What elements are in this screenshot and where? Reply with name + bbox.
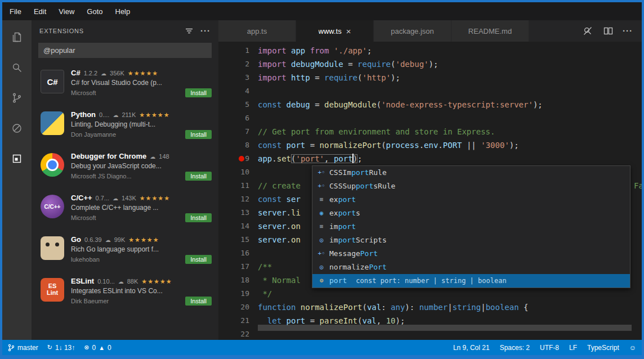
- install-button[interactable]: Install: [185, 213, 212, 222]
- install-button[interactable]: Install: [185, 88, 212, 97]
- cursor-position[interactable]: Ln 9, Col 21: [453, 344, 490, 352]
- code-editor[interactable]: 1import app from './app';2import debugMo…: [218, 42, 642, 340]
- editor-more-actions-icon[interactable]: ···: [623, 28, 633, 34]
- line-number[interactable]: 16: [218, 246, 258, 260]
- menu-item-file[interactable]: File: [3, 7, 28, 16]
- problems-status[interactable]: ⊗ 0 ▲ 0: [84, 344, 111, 352]
- close-icon[interactable]: ×: [346, 27, 351, 35]
- suggestion-item[interactable]: ◉exports: [312, 207, 630, 220]
- extension-item[interactable]: Python0....☁211K★★★★★Linting, Debugging …: [32, 105, 218, 147]
- line-number[interactable]: 15: [218, 233, 258, 246]
- install-button[interactable]: Install: [185, 255, 212, 264]
- feedback-smiley-icon[interactable]: ☺: [629, 344, 636, 352]
- line-number[interactable]: 19: [218, 287, 258, 300]
- code-token: 'http': [362, 73, 391, 82]
- line-number[interactable]: 18: [218, 273, 258, 287]
- extension-item[interactable]: ES LintESLint0.10...☁88K★★★★★Integrates …: [32, 272, 218, 313]
- extension-item[interactable]: Go0.6.39☁99K★★★★★Rich Go language suppor…: [32, 230, 218, 272]
- extension-footer-row: Don JayamanneInstall: [71, 130, 213, 139]
- code-line[interactable]: 5const debug = debugModule('node-express…: [218, 98, 642, 111]
- menu-item-goto[interactable]: Goto: [80, 7, 109, 16]
- line-number[interactable]: 8: [218, 138, 258, 152]
- extension-info: C/C++0.7...☁143K★★★★★Complete C/C++ lang…: [71, 194, 213, 222]
- line-number[interactable]: 11: [218, 179, 258, 192]
- code-line-text: import debugModule = require('debug');: [258, 57, 642, 71]
- indentation-status[interactable]: Spaces: 2: [500, 344, 530, 352]
- line-number[interactable]: 3: [218, 71, 258, 84]
- line-number[interactable]: 5: [218, 98, 258, 111]
- line-number[interactable]: 2: [218, 57, 258, 71]
- extension-item[interactable]: C/C++C/C++0.7...☁143K★★★★★Complete C/C++…: [32, 189, 218, 230]
- split-editor-icon[interactable]: [602, 25, 614, 37]
- menu-item-view[interactable]: View: [52, 7, 80, 16]
- language-mode-status[interactable]: TypeScript: [587, 344, 619, 352]
- breakpoint-icon[interactable]: [239, 156, 244, 161]
- filter-icon[interactable]: [185, 26, 194, 35]
- tab-www.ts[interactable]: www.ts×: [296, 20, 373, 42]
- code-line[interactable]: 6: [218, 111, 642, 125]
- suggestion-item[interactable]: +◦MessagePort: [312, 247, 630, 261]
- menu-item-edit[interactable]: Edit: [28, 7, 52, 16]
- code-line[interactable]: 9app.set('port', port);: [218, 152, 642, 165]
- line-number[interactable]: 4: [218, 84, 258, 98]
- install-button[interactable]: Install: [185, 297, 212, 306]
- sidebar-more-actions-icon[interactable]: ···: [200, 28, 211, 34]
- suggestion-item[interactable]: +◦CSSImportRule: [312, 166, 630, 180]
- code-token: ): [353, 154, 357, 163]
- line-number[interactable]: 21: [218, 314, 258, 327]
- code-line[interactable]: 4: [218, 84, 642, 98]
- code-line[interactable]: 1import app from './app';: [218, 44, 642, 57]
- activity-explorer-button[interactable]: [5, 26, 29, 48]
- line-number[interactable]: 20: [218, 300, 258, 314]
- code-line[interactable]: 8const port = normalizePort(process.env.…: [218, 138, 642, 152]
- open-preview-icon[interactable]: [582, 25, 593, 37]
- code-token: .: [287, 222, 291, 231]
- intellisense-popup: +◦CSSImportRule+◦CSSSupportsRule≡export◉…: [312, 165, 630, 288]
- suggestion-item[interactable]: ⚙portconst port: number | string | boole…: [312, 274, 630, 288]
- code-line[interactable]: 3import http = require('http');: [218, 71, 642, 84]
- suggestion-item[interactable]: ≡import: [312, 220, 630, 234]
- line-number[interactable]: 22: [218, 327, 258, 340]
- tab-app.ts[interactable]: app.ts: [218, 20, 296, 42]
- suggestion-item[interactable]: ◎normalizePort: [312, 261, 630, 274]
- extension-title-row: C#1.2.2☁356K★★★★★: [71, 69, 213, 77]
- sync-status[interactable]: ↻ 1↓ 13↑: [47, 344, 75, 352]
- horizontal-scrollbar[interactable]: [258, 325, 632, 331]
- activity-source-control-button[interactable]: [5, 87, 29, 109]
- extension-item[interactable]: C#C#1.2.2☁356K★★★★★C# for Visual Studio …: [32, 64, 218, 105]
- eol-status[interactable]: LF: [569, 344, 577, 352]
- line-number[interactable]: 17: [218, 260, 258, 273]
- tab-README.md[interactable]: README.md: [451, 20, 529, 42]
- menu-item-help[interactable]: Help: [109, 7, 137, 16]
- line-number[interactable]: 6: [218, 111, 258, 125]
- line-number[interactable]: 13: [218, 206, 258, 219]
- activity-debug-button[interactable]: [5, 117, 29, 140]
- tab-label: app.ts: [247, 27, 267, 35]
- suggestion-item[interactable]: +◦CSSSupportsRule: [312, 180, 630, 193]
- suggestion-item[interactable]: ≡export: [312, 193, 630, 207]
- line-number[interactable]: 7: [218, 125, 258, 138]
- install-button[interactable]: Install: [185, 130, 212, 139]
- line-number[interactable]: 12: [218, 192, 258, 206]
- code-line[interactable]: 20function normalizePort(val: any): numb…: [218, 300, 642, 314]
- extension-item[interactable]: Debugger for Chrome☁148Debug your JavaSc…: [32, 147, 218, 189]
- suggestion-item[interactable]: ◎importScripts: [312, 234, 630, 247]
- suggestion-label-post: s: [356, 209, 360, 217]
- code-line[interactable]: 19 */: [218, 287, 642, 300]
- extensions-search-input[interactable]: [38, 43, 212, 58]
- line-number[interactable]: 14: [218, 219, 258, 233]
- extension-description: Integrates ESLint into VS Co...: [71, 287, 213, 295]
- install-button[interactable]: Install: [185, 172, 212, 181]
- line-number[interactable]: 1: [218, 44, 258, 57]
- extension-description: Linting, Debugging (multi-t...: [71, 120, 213, 128]
- line-number[interactable]: 10: [218, 165, 258, 179]
- code-token: .: [438, 141, 442, 150]
- git-branch-status[interactable]: master: [8, 344, 38, 352]
- code-line[interactable]: 7// Get port from environment and store …: [218, 125, 642, 138]
- encoding-status[interactable]: UTF-8: [540, 344, 559, 352]
- line-number[interactable]: 9: [218, 152, 258, 165]
- activity-search-button[interactable]: [5, 56, 29, 79]
- activity-extensions-button[interactable]: [5, 147, 29, 170]
- tab-package.json[interactable]: package.json: [374, 20, 451, 42]
- code-line[interactable]: 2import debugModule = require('debug');: [218, 57, 642, 71]
